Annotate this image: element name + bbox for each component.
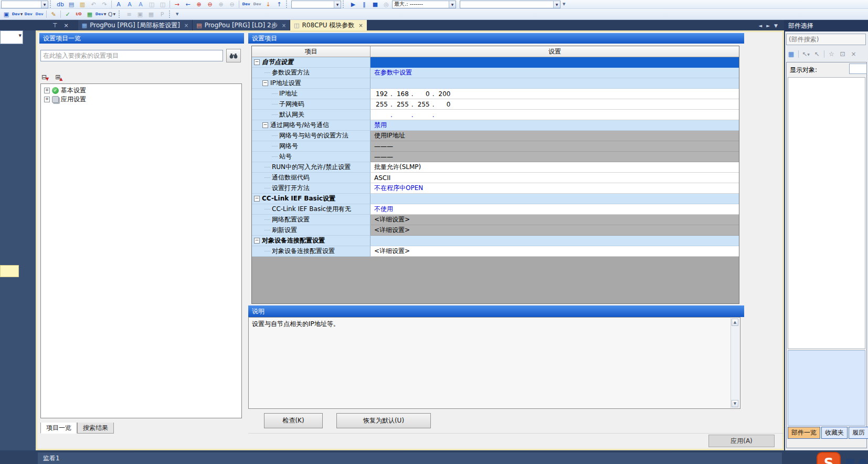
toolbar-overflow-icon[interactable]: ▼	[176, 12, 178, 16]
tree-item[interactable]: +✓基本设置	[41, 86, 241, 95]
row-value-cell[interactable]: 255.255.255.0	[371, 99, 739, 110]
tab-scroll-right-icon[interactable]: ►	[766, 23, 770, 28]
new-folder-icon[interactable]: ⊡	[838, 49, 848, 59]
tree-expander-icon[interactable]: +	[44, 88, 50, 93]
scroll-up-icon[interactable]: ▲	[732, 319, 738, 326]
scroll-down-icon[interactable]: ▼	[732, 400, 738, 407]
restore-default-button[interactable]: 恢复为默认(U)	[336, 413, 431, 428]
row-value-cell[interactable]	[371, 78, 739, 89]
table-row[interactable]: 网络号与站号的设置方法使用IP地址	[252, 131, 739, 141]
table-row[interactable]: −通过网络号/站号通信禁用	[252, 120, 739, 131]
table-row[interactable]: 网络配置设置<详细设置>	[252, 215, 739, 225]
row-value-cell[interactable]: 不在程序中OPEN	[371, 183, 739, 194]
user-view-icon[interactable]: P	[157, 10, 167, 18]
toolbar-combobox-max[interactable]: 最大.: -------▼	[392, 1, 456, 8]
row-value-cell[interactable]: <详细设置>	[371, 246, 739, 257]
row-value-cell[interactable]: 禁用	[371, 120, 739, 131]
tree-expander-icon[interactable]: +	[44, 97, 50, 102]
redo-icon[interactable]: ↷	[99, 1, 110, 8]
dev-monitor-icon[interactable]: Dev	[241, 1, 251, 8]
element-panel-tab[interactable]: 履历	[849, 427, 868, 439]
row-value-cell[interactable]: 批量允许(SLMP)	[371, 162, 739, 173]
row-value-cell[interactable]	[371, 57, 739, 68]
table-row[interactable]: 通信数据代码ASCII	[252, 173, 739, 183]
io-check-icon[interactable]: I/O	[73, 10, 84, 18]
table-row[interactable]: 对象设备连接配置设置<详细设置>	[252, 246, 739, 257]
element-panel-tab[interactable]: 收藏夹	[821, 427, 848, 439]
device-comment-icon[interactable]: A	[113, 1, 124, 8]
taskbar-icon[interactable]	[859, 459, 867, 464]
window-cascade-icon[interactable]: ◫	[146, 1, 157, 8]
device-note-icon[interactable]: A	[135, 1, 146, 8]
zoom-find-icon[interactable]: ⊕	[216, 1, 226, 8]
table-row[interactable]: −CC-Link IEF Basic设置	[252, 194, 739, 204]
toolbar-combobox-1[interactable]: ▼	[1, 1, 48, 8]
close-icon[interactable]: ×	[64, 22, 69, 29]
row-value-cell[interactable]: ...	[371, 110, 739, 120]
favorite-icon[interactable]: ☆	[827, 49, 837, 59]
tree-item[interactable]: +应用设置	[41, 95, 241, 104]
row-value-cell[interactable]: 不使用	[371, 204, 739, 215]
window-tile-icon[interactable]: ◫	[157, 1, 168, 8]
pin-icon[interactable]: ⊤	[52, 22, 58, 29]
document-tab[interactable]: ▤ProgPou [PRG] [LD] 2步×	[193, 20, 290, 30]
panel-splitter[interactable]	[244, 32, 248, 449]
row-value-cell[interactable]: 使用IP地址	[371, 131, 739, 141]
table-row[interactable]: −对象设备连接配置设置	[252, 236, 739, 246]
tab-list-icon[interactable]: ▼	[774, 23, 778, 28]
dev-monitor2-icon[interactable]: Dev	[252, 1, 262, 8]
find-zoom-icon[interactable]: Q▼	[107, 10, 117, 18]
table-row[interactable]: 刷新设置<详细设置>	[252, 225, 739, 236]
copy-icon[interactable]: ▤	[66, 1, 77, 8]
close-icon[interactable]: ×	[849, 49, 859, 59]
tab-scroll-left-icon[interactable]: ◄	[758, 23, 762, 28]
sticky-note[interactable]	[0, 265, 19, 277]
table-row[interactable]: IP地址192.168.0.200	[252, 89, 739, 99]
row-value-cell[interactable]	[371, 194, 739, 204]
row-value-cell[interactable]: ———	[371, 152, 739, 162]
row-value-cell[interactable]: <详细设置>	[371, 225, 739, 236]
undo-icon[interactable]: ↶	[88, 1, 99, 8]
display-target-combobox[interactable]	[849, 64, 867, 74]
place-module-icon[interactable]: ▦	[786, 49, 796, 59]
row-value-cell[interactable]: <详细设置>	[371, 215, 739, 225]
jump-prev-icon[interactable]: ←	[183, 1, 193, 8]
device-write-icon[interactable]: ▦	[84, 10, 95, 18]
description-scrollbar[interactable]: ▲ ▼	[731, 318, 739, 408]
row-value-cell[interactable]: 192.168.0.200	[371, 89, 739, 99]
watch-window-titlebar[interactable]: 监看1	[38, 452, 782, 464]
list-view-icon[interactable]: ≡	[124, 10, 134, 18]
search-input[interactable]: 在此输入要搜索的设置项目	[40, 50, 223, 61]
pointer-delete-icon[interactable]: ↖	[812, 49, 822, 59]
element-search-input[interactable]: (部件搜索)	[786, 34, 866, 45]
document-tab[interactable]: ◫R08CPU 模块参数×	[290, 20, 367, 30]
toolbar-combobox-2[interactable]: ▼	[291, 1, 341, 8]
row-expander-icon[interactable]: −	[254, 238, 260, 244]
dev-grid-icon[interactable]: Dev	[23, 10, 34, 18]
zoom-in-icon[interactable]: ⊕	[194, 1, 204, 8]
new-window-icon[interactable]: ▣	[1, 10, 12, 18]
tab-close-icon[interactable]: ×	[282, 23, 286, 28]
toolbar-combobox-wide[interactable]: ▼	[460, 1, 560, 8]
apply-button[interactable]: 应用(A)	[708, 435, 775, 447]
dev-assign-icon[interactable]: Dev▼	[12, 10, 23, 18]
taskbar-icon[interactable]	[846, 459, 854, 464]
row-value-cell[interactable]: ———	[371, 141, 739, 152]
expand-all-icon[interactable]: ⊞▲	[55, 73, 63, 81]
tab-close-icon[interactable]: ×	[184, 23, 188, 28]
row-value-cell[interactable]: ASCII	[371, 173, 739, 183]
find-device-icon[interactable]: db	[55, 1, 66, 8]
element-list[interactable]	[788, 77, 865, 349]
table-row[interactable]: 网络号———	[252, 141, 739, 152]
left-panel-tab[interactable]: 项目一览	[40, 423, 77, 434]
write-to-plc-icon[interactable]: ↑	[274, 1, 284, 8]
zoom-out-icon[interactable]: ⊖	[205, 1, 215, 8]
monitor-start-icon[interactable]: ▶	[348, 1, 358, 8]
search-button[interactable]	[226, 49, 241, 62]
grid-view-icon[interactable]: ▦	[146, 10, 156, 18]
table-row[interactable]: 子网掩码255.255.255.0	[252, 99, 739, 110]
toolbar-overflow-icon[interactable]: ▼	[563, 2, 565, 6]
table-row[interactable]: 设置打开方法不在程序中OPEN	[252, 183, 739, 194]
element-panel-tab[interactable]: 部件一览	[788, 427, 820, 439]
table-row[interactable]: −IP地址设置	[252, 78, 739, 89]
